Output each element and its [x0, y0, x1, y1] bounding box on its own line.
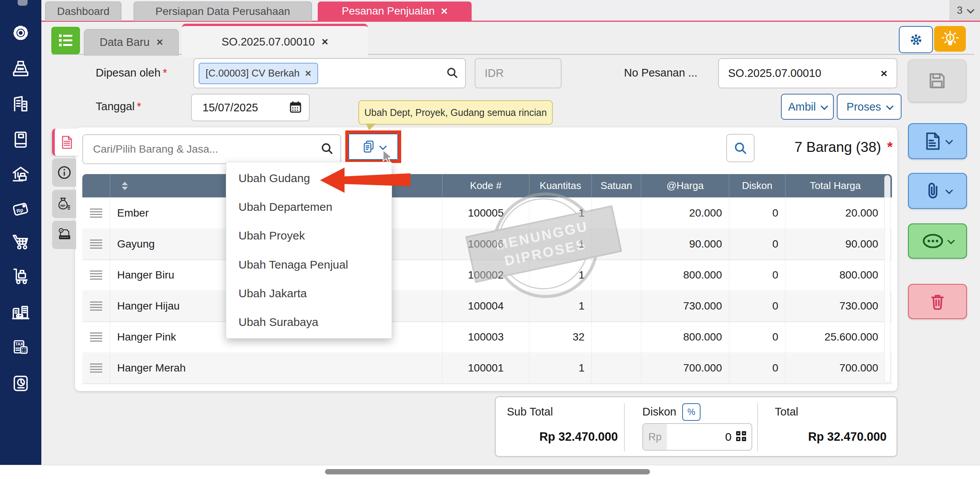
- totals-panel: Sub Total Rp 32.470.000 Diskon % Rp Tota…: [495, 396, 897, 457]
- sidebar-item-bank-assets[interactable]: [10, 163, 32, 185]
- sidebar-item-sales[interactable]: Rp: [10, 197, 32, 220]
- help-tips-button[interactable]: [934, 26, 966, 52]
- clear-icon[interactable]: ×: [880, 67, 887, 80]
- card-tab-detail-items[interactable]: [52, 129, 79, 156]
- total-label: Total: [775, 406, 798, 418]
- chevron-down-icon: [886, 103, 893, 110]
- col-harga[interactable]: @Harga: [641, 174, 729, 197]
- table-scrollbar[interactable]: [884, 175, 890, 383]
- diskon-percent-toggle[interactable]: %: [682, 403, 701, 421]
- drag-handle-icon[interactable]: [90, 301, 102, 311]
- menu-item-ubah-departemen[interactable]: Ubah Departemen: [226, 192, 392, 221]
- menu-item-ubah-surabaya[interactable]: Ubah Surabaya: [226, 308, 392, 337]
- tab-data-baru[interactable]: Data Baru ×: [84, 29, 179, 55]
- tab-dashboard[interactable]: Dashboard: [45, 2, 121, 21]
- drag-handle-icon[interactable]: [90, 209, 102, 218]
- currency-field[interactable]: IDR: [475, 58, 562, 88]
- table-row[interactable]: Gayung 100006 1 90.000 0 90.000: [82, 228, 892, 260]
- document-list-button[interactable]: [51, 27, 80, 54]
- bulk-change-highlight: [345, 130, 401, 163]
- date-field[interactable]: [191, 94, 310, 121]
- sidebar-item-journal[interactable]: [10, 129, 32, 151]
- sort-icon[interactable]: [122, 182, 128, 190]
- drag-handle-icon[interactable]: [90, 240, 102, 249]
- tab-persiapan-data-perusahaan[interactable]: Persiapan Data Perusahaan: [134, 2, 312, 21]
- attachment-button[interactable]: [908, 173, 967, 209]
- delete-button[interactable]: [908, 284, 967, 319]
- chip-remove-icon[interactable]: ×: [305, 67, 311, 80]
- proses-button[interactable]: Proses: [837, 94, 902, 120]
- subtotal-value: Rp 32.470.000: [496, 430, 618, 444]
- table-row[interactable]: Hanger Merah 100001 1 700.000 0 700.000: [82, 352, 892, 384]
- top-tab-bar: Dashboard Persiapan Data Perusahaan Pesa…: [41, 0, 980, 22]
- diskon-input[interactable]: [667, 430, 732, 444]
- total-value: Rp 32.470.000: [764, 430, 887, 444]
- diskon-field[interactable]: Rp: [642, 423, 752, 451]
- sidebar-item-company[interactable]: [10, 93, 32, 115]
- chevron-down-icon: [946, 137, 953, 145]
- drag-handle-icon[interactable]: [90, 332, 102, 342]
- item-search-field[interactable]: [82, 134, 341, 164]
- close-icon[interactable]: ×: [157, 36, 163, 49]
- hand-truck-icon: [10, 266, 31, 287]
- sidebar-item-tax[interactable]: TAX: [10, 337, 32, 359]
- ambil-button[interactable]: Ambil: [781, 94, 834, 120]
- card-tab-informasi[interactable]: [52, 221, 76, 249]
- card-tab-info[interactable]: [52, 158, 76, 187]
- col-diskon[interactable]: Diskon: [729, 174, 786, 197]
- table-row[interactable]: Hanger Pink 100003 32 800.000 0 25.600.0…: [82, 321, 892, 353]
- table-search-button[interactable]: [726, 134, 755, 162]
- gear-icon: [10, 22, 31, 44]
- customer-chip[interactable]: [C.00003] CV Berkah ×: [199, 63, 318, 84]
- table-row[interactable]: Hanger Hijau 100004 1 730.000 0 730.000: [82, 290, 892, 322]
- save-button[interactable]: [908, 59, 966, 102]
- date-input[interactable]: [202, 101, 276, 114]
- col-satuan[interactable]: Satuan: [592, 174, 641, 197]
- order-no-field[interactable]: ×: [718, 58, 897, 88]
- col-kode[interactable]: Kode #: [443, 174, 529, 197]
- table-row[interactable]: Hanger Biru 100002 1 800.000 0 800.000: [82, 259, 892, 291]
- gear-icon: [908, 32, 924, 47]
- table-row[interactable]: Ember 100005 1 20.000 0 20.000: [82, 197, 892, 229]
- sidebar-item-inventory[interactable]: [10, 266, 32, 288]
- calculator-icon[interactable]: [735, 430, 747, 443]
- sidebar-item-reports[interactable]: [10, 372, 32, 394]
- search-icon[interactable]: [320, 142, 333, 156]
- sidebar-item-settings[interactable]: [10, 22, 32, 44]
- book-icon: [10, 129, 31, 150]
- bulk-change-tooltip: Ubah Dept, Proyek, Gudang semua rincian: [358, 100, 553, 125]
- sidebar-item-purchases[interactable]: [10, 231, 32, 253]
- item-search-input[interactable]: [92, 143, 301, 156]
- drag-handle-icon[interactable]: [90, 363, 102, 373]
- chevron-down-icon: [821, 103, 828, 110]
- document-icon: [60, 135, 74, 149]
- settings-button[interactable]: [899, 26, 933, 53]
- sidebar-scroll-indicator: [18, 0, 28, 6]
- customer-search-icon[interactable]: [446, 67, 458, 80]
- close-icon[interactable]: ×: [322, 36, 328, 48]
- more-actions-button[interactable]: [908, 223, 967, 259]
- notification-dropdown[interactable]: 3: [949, 0, 980, 21]
- tab-pesanan-penjualan[interactable]: Pesanan Penjualan ×: [318, 2, 472, 21]
- sidebar-item-fixed-assets[interactable]: [10, 301, 32, 324]
- card-tab-payment[interactable]: RP: [52, 190, 76, 218]
- menu-item-ubah-jakarta[interactable]: Ubah Jakarta: [226, 279, 392, 308]
- list-icon: [58, 34, 74, 47]
- col-kuantitas[interactable]: Kuantitas: [529, 174, 592, 197]
- table-header: Kode # Kuantitas Satuan @Harga Diskon To…: [82, 174, 892, 197]
- menu-item-ubah-proyek[interactable]: Ubah Proyek: [226, 222, 392, 250]
- sidebar-item-cash-register[interactable]: [10, 58, 32, 80]
- horizontal-scrollbar[interactable]: [325, 469, 650, 474]
- customer-field[interactable]: [C.00003] CV Berkah ×: [193, 58, 466, 88]
- tab-so-document[interactable]: SO.2025.07.00010 ×: [182, 24, 368, 57]
- order-no-input[interactable]: [727, 67, 859, 80]
- drag-handle-icon[interactable]: [90, 270, 102, 280]
- menu-item-ubah-tenaga-penjual[interactable]: Ubah Tenaga Penjual: [226, 250, 392, 279]
- items-summary: 7 Barang (38) *: [794, 139, 893, 155]
- calendar-icon[interactable]: [289, 100, 302, 115]
- print-document-button[interactable]: [908, 123, 967, 159]
- floppy-icon: [926, 70, 948, 91]
- trash-icon: [928, 292, 947, 311]
- close-icon[interactable]: ×: [441, 5, 448, 18]
- col-total[interactable]: Total Harga: [786, 174, 885, 197]
